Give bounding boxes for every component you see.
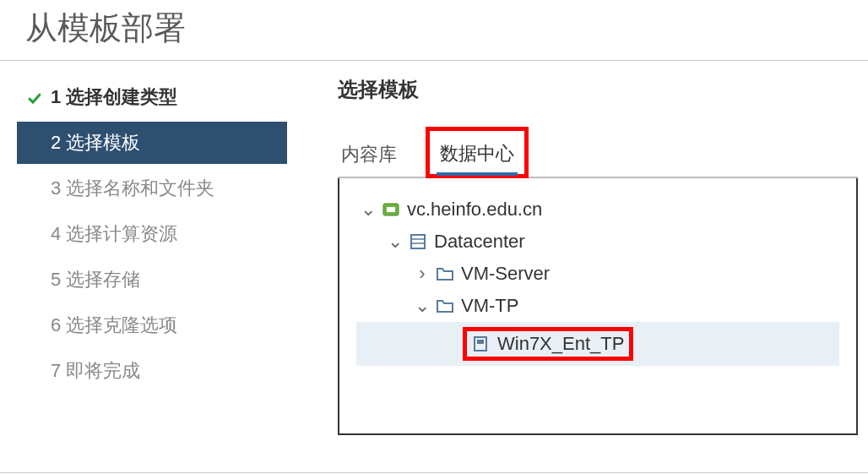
tree-node-template[interactable]: Win7X_Ent_TP (356, 322, 839, 366)
step-label: 选择模板 (66, 130, 140, 155)
vcenter-icon (382, 200, 400, 219)
main-panel: 选择模板 内容库 数据中心 vc.heinfo.edu.cn (287, 76, 868, 435)
tab-datacenter[interactable]: 数据中心 (437, 134, 518, 176)
step-number: 5 (51, 269, 61, 291)
step-7[interactable]: 7 即将完成 (17, 350, 287, 392)
tree-label: vc.heinfo.edu.cn (407, 199, 542, 221)
step-label: 选择计算资源 (66, 221, 177, 247)
tree-label: Datacenter (434, 231, 525, 253)
highlight-box-item: Win7X_Ent_TP (463, 327, 633, 361)
tree-label: VM-TP (461, 295, 518, 317)
tree-label: VM-Server (461, 263, 550, 285)
tab-content-library[interactable]: 内容库 (338, 135, 400, 177)
step-5[interactable]: 5 选择存储 (17, 259, 287, 301)
step-label: 选择创建类型 (66, 84, 177, 110)
step-3[interactable]: 3 选择名称和文件夹 (17, 167, 287, 210)
step-number: 6 (51, 314, 61, 336)
step-4[interactable]: 4 选择计算资源 (17, 213, 287, 255)
chevron-right-icon[interactable] (414, 263, 431, 285)
tab-bar: 内容库 数据中心 (338, 127, 858, 178)
chevron-down-icon[interactable] (387, 231, 404, 253)
template-icon (472, 335, 491, 353)
highlight-box-tab: 数据中心 (426, 127, 529, 178)
step-number: 3 (51, 177, 61, 199)
step-6[interactable]: 6 选择克隆选项 (17, 304, 287, 346)
datacenter-icon (409, 232, 427, 251)
tree-label: Win7X_Ent_TP (497, 333, 624, 355)
folder-icon (436, 297, 454, 315)
step-2[interactable]: 2 选择模板 (17, 122, 287, 164)
wizard-title: 从模板部署 (0, 0, 868, 61)
chevron-down-icon[interactable] (360, 199, 377, 221)
step-label: 选择克隆选项 (66, 313, 177, 338)
svg-rect-1 (387, 207, 395, 212)
svg-rect-6 (477, 340, 484, 344)
svg-rect-2 (411, 235, 425, 248)
wizard-steps-sidebar: 1 选择创建类型 2 选择模板 3 选择名称和文件夹 4 选择计算资源 5 (0, 76, 287, 435)
tree-node-datacenter[interactable]: Datacenter (356, 226, 839, 258)
check-icon (27, 90, 42, 105)
tree-node-vcenter[interactable]: vc.heinfo.edu.cn (356, 193, 839, 226)
step-label: 选择名称和文件夹 (66, 176, 214, 201)
step-number: 1 (51, 86, 61, 108)
step-number: 4 (51, 223, 61, 245)
inventory-tree: vc.heinfo.edu.cn Datacenter (338, 178, 858, 435)
folder-icon (436, 264, 454, 283)
step-label: 选择存储 (66, 267, 140, 292)
step-label: 即将完成 (66, 358, 140, 384)
step-number: 2 (51, 132, 61, 154)
step-number: 7 (51, 360, 61, 382)
tree-node-folder-vmserver[interactable]: VM-Server (356, 258, 839, 290)
chevron-down-icon[interactable] (414, 295, 431, 317)
section-title: 选择模板 (338, 76, 858, 103)
step-1[interactable]: 1 选择创建类型 (17, 76, 287, 118)
tree-node-folder-vmtp[interactable]: VM-TP (356, 290, 839, 322)
